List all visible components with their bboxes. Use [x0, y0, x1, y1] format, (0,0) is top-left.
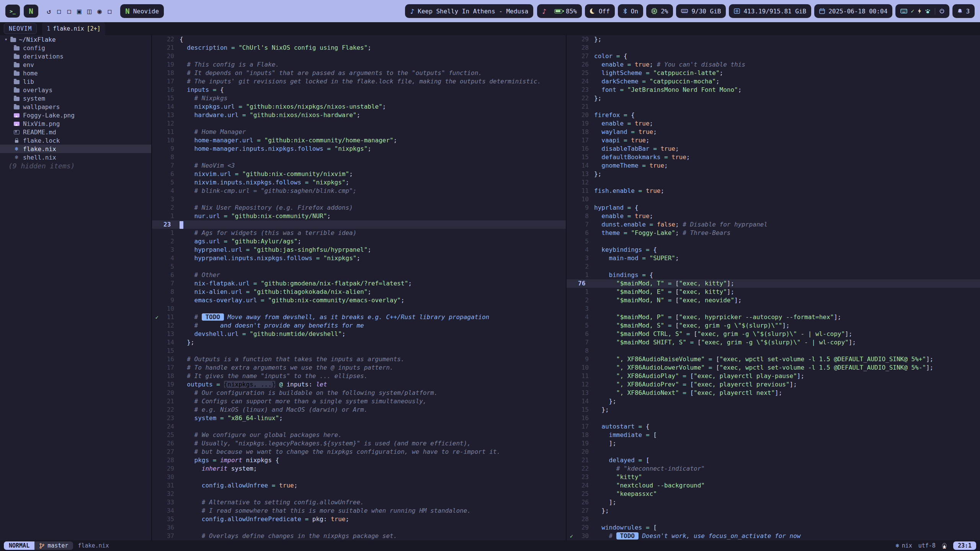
code-line[interactable]: 19 outputs = {nixpkgs, ...} @ inputs: le… [152, 380, 566, 389]
code-line[interactable]: 27color = { [567, 52, 980, 60]
tree-item-flake.nix[interactable]: ❄flake.nix [0, 145, 151, 153]
code-line[interactable]: 29 inherit system; [152, 465, 566, 473]
active-window-pill[interactable]: N Neovide [120, 4, 164, 18]
code-line[interactable]: 26 ]; [567, 498, 980, 507]
code-line[interactable]: 21 # Configs can support more than a sin… [152, 397, 566, 406]
code-line[interactable]: 29 windowrules = [ [567, 523, 980, 532]
split-icon[interactable]: ◫ [87, 7, 91, 15]
code-line[interactable]: 1 "$mainMod, E" = ["exec, kitty"]; [567, 288, 980, 296]
code-line[interactable]: 11 ", XF86AudioPlay" = ["exec, playerctl… [567, 372, 980, 380]
code-line[interactable]: 18 # It depends on "inputs" that are pas… [152, 69, 566, 77]
tree-item-home[interactable]: home [0, 69, 151, 77]
code-line[interactable]: 10 [567, 195, 980, 204]
code-line[interactable]: 5 "$mainMod, S" = ["exec, grim -g \"$(sl… [567, 321, 980, 330]
code-line[interactable]: 4 hyprpanel.inputs.nixpkgs.follows = "ni… [152, 254, 566, 262]
clock-widget[interactable]: 2025-06-18 00:04 [814, 4, 892, 18]
code-line[interactable]: 27 # but because we want to change the n… [152, 448, 566, 456]
code-line[interactable]: 4 # blink-cmp.url = "github:saghen/blink… [152, 187, 566, 195]
terminal-launcher[interactable]: >_ [5, 5, 20, 18]
code-line[interactable]: 7 nix-flatpak.url = "github:gmodena/nix-… [152, 279, 566, 288]
code-line[interactable]: 29}; [567, 35, 980, 44]
record-icon[interactable]: ◉ [97, 7, 101, 15]
code-line[interactable]: 76 "$mainMod, T" = ["exec, kitty"]; [567, 279, 980, 288]
bluetooth-widget[interactable]: On [618, 4, 643, 18]
code-line[interactable]: 8 enable = true; [567, 212, 980, 220]
code-line[interactable]: 22 # "kdeconnect-indicator" [567, 465, 980, 473]
code-line[interactable]: 17 autostart = { [567, 422, 980, 431]
tree-item-readme.md[interactable]: README.md [0, 128, 151, 136]
code-line[interactable]: 18 wayland = true; [567, 128, 980, 136]
code-line[interactable]: 10 ", XF86AudioLowerVolume" = ["exec, wp… [567, 364, 980, 372]
code-line[interactable]: 2 # Nix User Repository (e.g. Firefox ad… [152, 204, 566, 212]
code-line[interactable]: 3 main-mod = "SUPER"; [567, 254, 980, 262]
dnd-widget[interactable]: Off [585, 4, 615, 18]
code-line[interactable]: 31 config.allowUnfree = true; [152, 481, 566, 490]
buffer-tab-flake-nix[interactable]: 1 flake.nix[2+] [42, 22, 105, 35]
code-line[interactable]: 11fish.enable = true; [567, 187, 980, 195]
code-line[interactable]: 21 description = "ChUrl's NixOS config u… [152, 44, 566, 52]
code-line[interactable]: 10 home-manager.url = "github:nix-commun… [152, 136, 566, 145]
disk-widget[interactable]: 413.19/915.81 GiB [729, 4, 811, 18]
code-line[interactable]: 19 ]; [567, 439, 980, 448]
code-line[interactable]: 5 [152, 262, 566, 271]
code-line[interactable]: 7 dunst.enable = false; # Disable for hy… [567, 220, 980, 229]
code-line[interactable]: 25 "keepassxc" [567, 490, 980, 498]
code-line[interactable]: 26 # Usually, "nixpkgs.legacyPackages.${… [152, 439, 566, 448]
code-line[interactable]: 25 lightScheme = "catppuccin-latte"; [567, 69, 980, 77]
code-line[interactable]: 23 system = "x86_64-linux"; [152, 414, 566, 422]
code-line[interactable]: 18 # It gives the name "inputs" to the .… [152, 372, 566, 380]
code-line[interactable]: 17 vaapi = true; [567, 136, 980, 145]
media-title-pill[interactable]: ♪ Keep Shelly In Athens - Medusa [405, 4, 533, 18]
editor-pane-left[interactable]: 22{21 description = "ChUrl's NixOS confi… [152, 35, 566, 540]
code-line[interactable]: 9hyprland = { [567, 204, 980, 212]
code-line[interactable]: 22}; [567, 94, 980, 103]
code-line[interactable]: 33 # Alternative to setting config.allow… [152, 498, 566, 507]
code-line[interactable]: 3 [567, 305, 980, 313]
code-line[interactable]: 7 # NeoVim <3 [152, 161, 566, 170]
code-line[interactable]: 28 [567, 515, 980, 523]
code-line[interactable]: 24 darkScheme = "catppuccin-mocha"; [567, 77, 980, 86]
code-line[interactable]: 20 # Our configuration is buildable on t… [152, 389, 566, 397]
tree-item-flake.lock[interactable]: flake.lock [0, 136, 151, 145]
tree-item-lib[interactable]: lib [0, 77, 151, 86]
code-line[interactable]: 19 # This config is a Flake. [152, 60, 566, 69]
grid-icon[interactable]: ▣ [77, 7, 81, 15]
code-line[interactable]: 24 [152, 422, 566, 431]
code-line[interactable]: 2 "$mainMod, N" = ["exec, neovide"]; [567, 296, 980, 305]
tree-item-config[interactable]: config [0, 44, 151, 52]
code-line[interactable]: 14 }; [567, 397, 980, 406]
code-line[interactable]: 13 hardware.url = "github:nixos/nixos-ha… [152, 111, 566, 119]
code-line[interactable]: 12 # and doesn't provide any benefits fo… [152, 321, 566, 330]
code-line[interactable]: 26 enable = true; # You can't disable th… [567, 60, 980, 69]
code-line[interactable]: 16 inputs = { [152, 86, 566, 94]
code-line[interactable]: 5 [567, 237, 980, 246]
code-line[interactable]: 15 defaultBookmarks = true; [567, 153, 980, 161]
tree-item-shell.nix[interactable]: ❄shell.nix [0, 153, 151, 161]
keyboard-icon[interactable] [900, 9, 907, 13]
code-line[interactable]: 3 hyprpanel.url = "github:jas-singhfsu/h… [152, 246, 566, 254]
code-line[interactable]: 8 [152, 153, 566, 161]
battery-widget[interactable]: 85% [549, 4, 582, 18]
code-line[interactable]: 15 # Nixpkgs [152, 94, 566, 103]
code-line[interactable]: 37 # Overlays define changes in the nixp… [152, 532, 566, 540]
power-icon[interactable] [939, 8, 944, 14]
code-line[interactable]: 6 nixvim.url = "github:nix-community/nix… [152, 170, 566, 178]
code-line[interactable]: 21 delayed = [ [567, 456, 980, 465]
code-line[interactable]: 12 [152, 119, 566, 128]
code-line[interactable]: 8 nix-alien.url = "github:thiagokokada/n… [152, 288, 566, 296]
code-line[interactable]: 21 [567, 103, 980, 111]
code-line[interactable]: 17 # The inputs' git revisions get locke… [152, 77, 566, 86]
code-line[interactable]: 27 }; [567, 507, 980, 515]
code-line[interactable]: 19 enable = true; [567, 119, 980, 128]
tree-item-overlays[interactable]: overlays [0, 86, 151, 94]
code-line[interactable]: 35 config.allowUnfreePredicate = pkg: tr… [152, 515, 566, 523]
git-branch[interactable]: master [34, 541, 73, 550]
code-line[interactable]: 23 [152, 220, 566, 229]
window-c-icon[interactable]: ◻ [108, 7, 112, 15]
code-line[interactable]: 3 [152, 195, 566, 204]
neovim-launcher[interactable]: N [24, 5, 38, 18]
code-line[interactable]: 16 [567, 414, 980, 422]
history-icon[interactable]: ↺ [47, 7, 51, 15]
code-line[interactable]: 8 [567, 347, 980, 355]
code-line[interactable]: 16 # Outputs is a function that takes th… [152, 355, 566, 364]
